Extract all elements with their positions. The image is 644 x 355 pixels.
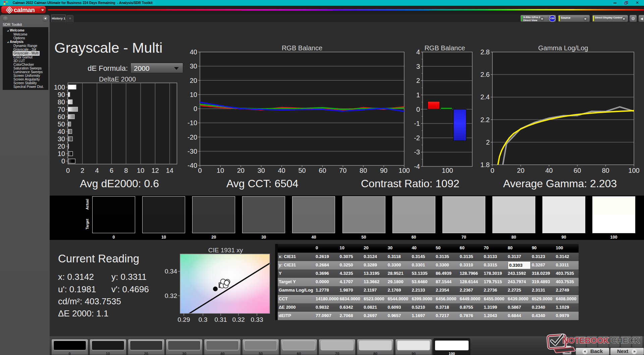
svg-text:0: 0 — [198, 167, 202, 174]
svg-text:-1: -1 — [414, 120, 420, 127]
svg-text:30: 30 — [258, 167, 265, 174]
svg-text:0.34: 0.34 — [165, 268, 177, 275]
svg-text:80: 80 — [360, 167, 367, 174]
svg-text:8: 8 — [124, 167, 128, 174]
svg-text:2: 2 — [486, 139, 490, 146]
svg-text:90: 90 — [380, 167, 387, 174]
svg-text:0: 0 — [66, 167, 70, 174]
svg-text:2.2: 2.2 — [480, 116, 490, 123]
svg-text:10: 10 — [190, 91, 197, 98]
svg-text:RGB Balance: RGB Balance — [282, 44, 322, 52]
svg-text:0: 0 — [194, 105, 197, 112]
svg-text:-20: -20 — [187, 134, 197, 141]
svg-text:CHECK: CHECK — [611, 336, 640, 345]
svg-text:100: 100 — [442, 167, 453, 174]
svg-text:1: 1 — [416, 91, 420, 99]
svg-text:20: 20 — [190, 77, 197, 84]
svg-text:40: 40 — [190, 48, 197, 56]
svg-text:2.4: 2.4 — [480, 93, 490, 101]
svg-text:0.29: 0.29 — [178, 316, 190, 323]
svg-text:-30: -30 — [187, 148, 197, 155]
svg-text:10: 10 — [137, 167, 144, 174]
svg-text:40: 40 — [545, 167, 553, 174]
svg-text:RGB Balance: RGB Balance — [424, 44, 465, 52]
svg-text:1.8: 1.8 — [480, 161, 490, 168]
svg-text:CIE 1931 xy: CIE 1931 xy — [208, 247, 243, 254]
svg-text:4: 4 — [416, 48, 420, 56]
svg-text:12: 12 — [151, 167, 159, 174]
svg-text:2: 2 — [80, 167, 84, 174]
svg-text:20: 20 — [58, 143, 65, 150]
svg-text:50: 50 — [298, 167, 306, 174]
svg-text:100: 100 — [398, 167, 410, 174]
svg-text:10: 10 — [58, 150, 65, 157]
svg-text:-3: -3 — [414, 148, 420, 156]
svg-text:30: 30 — [58, 135, 65, 143]
svg-text:0: 0 — [416, 106, 420, 113]
svg-text:14: 14 — [166, 167, 173, 174]
svg-text:4: 4 — [95, 167, 99, 174]
svg-text:3: 3 — [416, 63, 420, 70]
svg-text:0.32: 0.32 — [165, 292, 177, 299]
svg-text:2.6: 2.6 — [480, 71, 490, 78]
svg-text:90: 90 — [58, 91, 65, 98]
svg-text:100: 100 — [628, 167, 639, 174]
svg-text:80: 80 — [602, 167, 609, 174]
svg-text:Gamma Log/Log: Gamma Log/Log — [538, 44, 588, 52]
svg-text:80: 80 — [58, 98, 65, 106]
svg-text:60: 60 — [58, 113, 65, 120]
svg-text:DeltaE 2000: DeltaE 2000 — [99, 75, 136, 83]
svg-text:60: 60 — [574, 167, 581, 174]
svg-text:60: 60 — [319, 167, 326, 174]
svg-text:70: 70 — [339, 167, 346, 174]
svg-text:0.31: 0.31 — [215, 316, 227, 323]
svg-text:20: 20 — [517, 167, 524, 174]
svg-text:NOTEBOOK: NOTEBOOK — [562, 336, 609, 345]
svg-text:10: 10 — [217, 167, 224, 174]
svg-text:20: 20 — [237, 167, 245, 174]
svg-text:-10: -10 — [187, 119, 197, 126]
svg-text:0: 0 — [61, 157, 65, 165]
svg-text:6: 6 — [110, 167, 113, 174]
svg-text:0.33: 0.33 — [251, 316, 263, 323]
svg-text:0.32: 0.32 — [232, 316, 245, 323]
svg-text:30: 30 — [190, 62, 197, 70]
svg-text:40: 40 — [58, 128, 65, 135]
svg-text:0: 0 — [490, 167, 494, 174]
svg-text:2.8: 2.8 — [480, 48, 490, 56]
svg-text:0.3: 0.3 — [199, 316, 207, 323]
svg-text:100: 100 — [54, 84, 65, 91]
svg-text:40: 40 — [278, 167, 285, 174]
svg-text:2: 2 — [416, 77, 420, 84]
svg-text:70: 70 — [58, 106, 65, 113]
svg-text:-40: -40 — [187, 162, 197, 169]
svg-text:-2: -2 — [414, 134, 420, 142]
svg-text:-4: -4 — [414, 163, 420, 170]
svg-text:50: 50 — [58, 120, 65, 128]
